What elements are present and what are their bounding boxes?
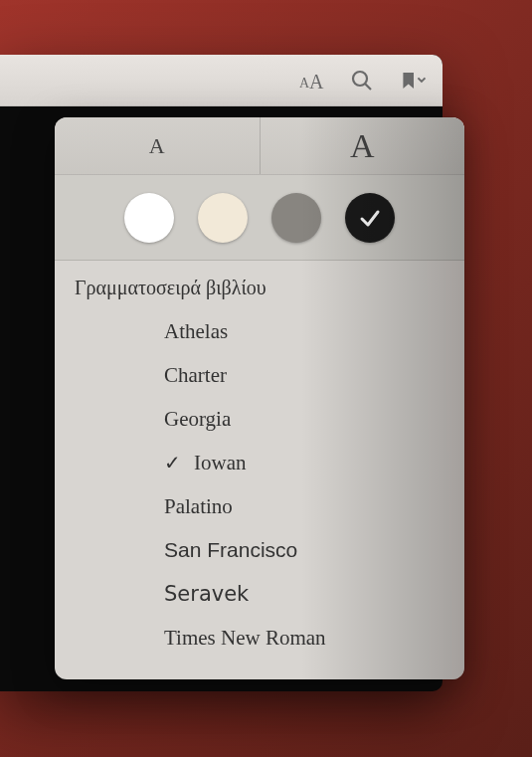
theme-sepia-button[interactable] xyxy=(198,193,248,243)
search-icon xyxy=(350,69,374,93)
bookmark-icon xyxy=(399,69,429,93)
svg-line-3 xyxy=(365,84,371,90)
appearance-popover: A A Γραμματοσειρά βιβλίου AthelasCharter… xyxy=(55,117,464,679)
checkmark-icon xyxy=(357,205,383,231)
theme-white-button[interactable] xyxy=(124,193,174,243)
large-a-label: A xyxy=(350,127,375,165)
font-option-label: Seravek xyxy=(164,582,249,606)
appearance-button[interactable]: A A xyxy=(295,66,325,95)
font-option-charter[interactable]: Charter xyxy=(55,353,464,397)
text-size-row: A A xyxy=(55,117,464,175)
decrease-text-size-button[interactable]: A xyxy=(55,117,261,174)
font-option-label: Georgia xyxy=(164,407,231,432)
search-button[interactable] xyxy=(347,66,377,95)
font-option-iowan[interactable]: Iowan xyxy=(55,441,464,484)
font-section: Γραμματοσειρά βιβλίου AthelasCharterGeor… xyxy=(55,261,464,679)
svg-text:A: A xyxy=(309,71,324,92)
font-option-palatino[interactable]: Palatino xyxy=(55,484,464,528)
theme-night-button[interactable] xyxy=(345,193,395,243)
appearance-icon: A A xyxy=(295,70,325,92)
font-option-seravek[interactable]: Seravek xyxy=(55,572,464,616)
small-a-label: A xyxy=(149,133,165,159)
increase-text-size-button[interactable]: A xyxy=(261,117,465,174)
bookmark-button[interactable] xyxy=(399,66,429,95)
font-option-times-new-roman[interactable]: Times New Roman xyxy=(55,616,464,660)
font-option-san-francisco[interactable]: San Francisco xyxy=(55,528,464,572)
toolbar: A A xyxy=(0,55,443,106)
font-option-athelas[interactable]: Athelas xyxy=(55,309,464,353)
font-list: AthelasCharterGeorgiaIowanPalatinoSan Fr… xyxy=(55,309,464,660)
svg-point-2 xyxy=(353,72,367,86)
font-option-label: San Francisco xyxy=(164,538,297,562)
font-option-label: Athelas xyxy=(164,319,228,344)
theme-row xyxy=(55,175,464,261)
theme-gray-button[interactable] xyxy=(271,193,321,243)
font-section-header: Γραμματοσειρά βιβλίου xyxy=(55,277,464,309)
font-option-label: Palatino xyxy=(164,494,233,519)
font-option-label: Times New Roman xyxy=(164,626,326,651)
font-option-georgia[interactable]: Georgia xyxy=(55,397,464,441)
font-option-label: Iowan xyxy=(194,451,246,475)
font-option-label: Charter xyxy=(164,363,227,388)
